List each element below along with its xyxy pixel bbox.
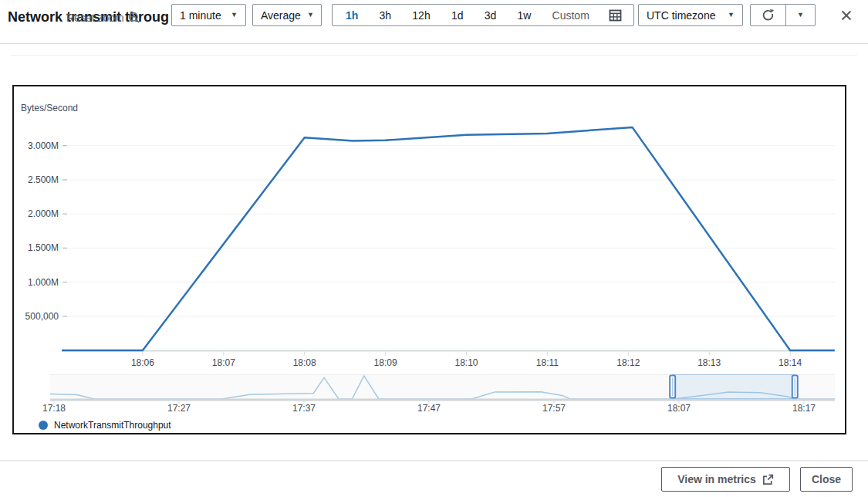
y-axis-tick-label: 1.500M — [14, 242, 59, 253]
period-select-value: 1 minute — [180, 9, 221, 22]
time-range-custom[interactable]: Custom — [551, 9, 591, 22]
statistic-select[interactable]: Average ▼ — [252, 4, 322, 26]
x-axis-tick-label: 18:07 — [212, 358, 235, 368]
navigator-tick-label: 18:07 — [667, 404, 691, 414]
x-axis-tick-label: 18:08 — [293, 358, 316, 368]
refresh-options-button[interactable]: ▼ — [785, 5, 815, 25]
external-link-icon — [762, 474, 774, 485]
chevron-down-icon: ▼ — [797, 12, 804, 19]
x-axis-tick-label: 18:09 — [374, 358, 397, 368]
chart-panel: Bytes/Second NetworkTransmitThroughput 5… — [12, 85, 846, 434]
navigator-tick-label: 17:27 — [167, 404, 191, 414]
metric-chart[interactable] — [14, 86, 845, 433]
navigator-selection[interactable] — [673, 375, 795, 399]
y-axis-tick-label: 2.000M — [14, 208, 59, 219]
reset-zoom-label: Reset zoom — [66, 12, 124, 24]
y-axis-tick-label: 3.000M — [14, 140, 59, 151]
series-line-networktransmitthroughput — [62, 127, 835, 350]
time-range-1w[interactable]: 1w — [515, 9, 532, 22]
metric-popout-modal: { "header": { "title": "Network transmit… — [0, 0, 868, 497]
close-button[interactable]: Close — [800, 467, 853, 492]
content-divider — [11, 55, 857, 56]
calendar-icon[interactable] — [609, 8, 622, 22]
period-select[interactable]: 1 minute ▼ — [171, 4, 246, 26]
time-range-12h[interactable]: 12h — [410, 9, 431, 22]
modal-close-button[interactable] — [839, 8, 853, 22]
close-icon — [840, 9, 853, 22]
view-in-metrics-button[interactable]: View in metrics — [661, 467, 790, 492]
x-axis-tick-label: 18:06 — [131, 358, 154, 368]
refresh-split-button: ▼ — [750, 4, 816, 26]
footer-divider — [0, 460, 868, 462]
view-in-metrics-label: View in metrics — [677, 473, 756, 485]
chevron-down-icon: ▼ — [231, 12, 238, 19]
y-axis-tick-label: 500,000 — [14, 311, 59, 322]
navigator-tick-label: 17:37 — [292, 404, 316, 414]
refresh-icon — [762, 8, 775, 22]
time-range-3d[interactable]: 3d — [483, 9, 498, 22]
header-divider — [0, 43, 868, 44]
time-range-selector: 1h 3h 12h 1d 3d 1w Custom — [332, 4, 634, 26]
timezone-select[interactable]: UTC timezone ▼ — [638, 4, 743, 26]
x-axis-tick-label: 18:12 — [616, 358, 640, 368]
time-range-1h[interactable]: 1h — [344, 9, 360, 22]
navigator-tick-label: 17:18 — [42, 404, 66, 414]
refresh-button[interactable] — [751, 5, 785, 25]
reset-zoom-button[interactable]: Reset zoom — [66, 12, 140, 24]
close-button-label: Close — [812, 473, 841, 485]
y-axis-tick-label: 2.500M — [14, 174, 59, 185]
zoom-out-icon — [128, 12, 140, 24]
navigator-tick-label: 17:57 — [542, 404, 566, 414]
y-axis-tick-label: 1.000M — [14, 277, 59, 288]
x-axis-tick-label: 18:11 — [536, 358, 559, 368]
legend-series-label[interactable]: NetworkTransmitThroughput — [54, 420, 171, 431]
navigator-tick-label: 17:47 — [417, 404, 441, 414]
chevron-down-icon: ▼ — [307, 12, 314, 19]
time-range-3h[interactable]: 3h — [378, 9, 393, 22]
statistic-select-value: Average — [261, 9, 301, 22]
x-axis-tick-label: 18:14 — [778, 358, 802, 368]
navigator-tick-label: 18:17 — [792, 404, 816, 414]
time-range-1d[interactable]: 1d — [450, 9, 465, 22]
legend-series-dot — [39, 421, 48, 430]
chevron-down-icon: ▼ — [728, 12, 735, 19]
chart-legend: NetworkTransmitThroughput — [39, 420, 171, 431]
x-axis-tick-label: 18:10 — [454, 358, 478, 368]
timezone-select-value: UTC timezone — [647, 9, 715, 22]
x-axis-tick-label: 18:13 — [697, 358, 721, 368]
